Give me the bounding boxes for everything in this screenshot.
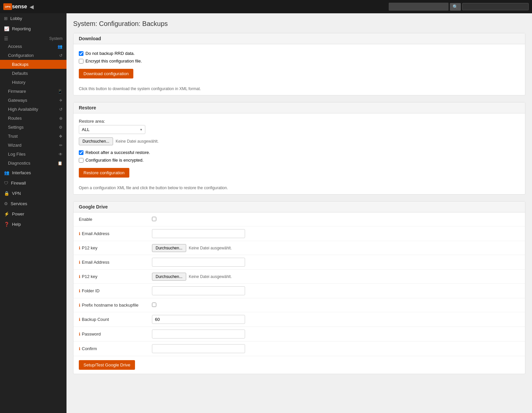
gdrive-p12-file-button[interactable]: Durchsuchen...: [152, 244, 186, 252]
sidebar-label-wizard: Wizard: [8, 143, 21, 148]
restore-area-select-wrap: ALL: [79, 125, 145, 134]
checkbox-encrypted-label: Configuration file is encrypted.: [85, 158, 144, 163]
sidebar-label-settings: Settings: [8, 125, 24, 130]
backup-count-info-icon: ℹ: [79, 317, 80, 322]
gdrive-p12-label: ℹ P12 key: [79, 245, 152, 250]
access-icon: 👥: [58, 44, 63, 49]
checkbox-row-encrypt: Encrypt this configuration file.: [79, 57, 520, 65]
checkbox-row-encrypted: Configuration file is encrypted.: [79, 156, 520, 164]
settings-icon: ⚙: [59, 125, 63, 130]
sidebar-item-firmware[interactable]: Firmware 📱: [0, 87, 66, 96]
checkbox-rrd[interactable]: [79, 51, 83, 56]
gdrive-p12-file-name: Keine Datei ausgewählt.: [189, 246, 232, 250]
gdrive-email-input[interactable]: [152, 229, 245, 238]
sidebar-label-vpn: VPN: [12, 191, 21, 196]
gdrive-btn-area: Setup/Test Google Drive: [73, 356, 525, 374]
checkbox-reboot-label: Reboot after a successful restore.: [85, 150, 150, 155]
system-icon: ☰: [4, 36, 8, 41]
svg-text:OPN: OPN: [5, 5, 10, 8]
sidebar-label-power: Power: [12, 211, 24, 216]
folder-info-icon: ℹ: [79, 289, 80, 293]
checkbox-reboot[interactable]: [79, 150, 83, 155]
sidebar-item-lobby[interactable]: ⊞ Lobby: [0, 13, 66, 24]
p12-2-info-icon: ℹ: [79, 274, 80, 279]
sidebar-item-wizard[interactable]: Wizard ✏: [0, 141, 66, 150]
sidebar-item-backups[interactable]: Backups: [0, 60, 66, 69]
gdrive-backup-count-row: ℹ Backup Count: [73, 312, 525, 327]
sidebar-item-firewall[interactable]: 🛡 Firewall: [0, 178, 66, 188]
sidebar-item-history[interactable]: History: [0, 78, 66, 87]
sidebar-label-defaults: Defaults: [12, 71, 28, 76]
sidebar-label-routes: Routes: [8, 116, 22, 121]
sidebar-item-defaults[interactable]: Defaults: [0, 69, 66, 78]
sidebar-label-backups: Backups: [12, 62, 29, 67]
password-info-icon: ℹ: [79, 332, 80, 337]
gdrive-p12-2-file-name: Keine Datei ausgewählt.: [189, 274, 232, 279]
search-input[interactable]: [462, 3, 529, 10]
gdrive-folder-input[interactable]: [152, 286, 245, 295]
sidebar-label-trust: Trust: [8, 134, 18, 139]
sidebar-item-configuration[interactable]: Configuration ↺: [0, 51, 66, 60]
restore-file-row: Durchsuchen... Keine Datei ausgewählt.: [79, 137, 520, 145]
restore-config-button[interactable]: Restore configuration: [79, 168, 129, 178]
gdrive-backup-count-wrap: [152, 315, 520, 324]
sidebar-label-configuration: Configuration: [8, 53, 34, 58]
download-header: Download: [73, 33, 525, 44]
sidebar-item-diagnostics[interactable]: Diagnostics 📋: [0, 159, 66, 168]
sidebar-item-vpn[interactable]: 🔒 VPN: [0, 188, 66, 199]
gdrive-password-input[interactable]: [152, 330, 245, 339]
gdrive-confirm-wrap: [152, 344, 520, 353]
gdrive-password-wrap: [152, 330, 520, 339]
sidebar-label-log-files: Log Files: [8, 152, 26, 157]
gdrive-enable-checkbox[interactable]: [152, 217, 156, 221]
logo-sense: sense: [12, 4, 27, 10]
sidebar-item-settings[interactable]: Settings ⚙: [0, 123, 66, 132]
vpn-icon: 🔒: [4, 191, 9, 196]
gdrive-p12-2-file-button[interactable]: Durchsuchen...: [152, 273, 186, 281]
sidebar-item-log-files[interactable]: Log Files 👁: [0, 150, 66, 159]
sidebar: ⊞ Lobby 📈 Reporting ☰ System Access 👥 Co…: [0, 13, 66, 413]
sidebar-section-label-system: System: [49, 36, 63, 41]
checkbox-encrypt[interactable]: [79, 59, 83, 64]
sidebar-toggle[interactable]: ◀: [30, 4, 34, 10]
gdrive-backup-count-input[interactable]: [152, 315, 245, 324]
checkbox-encrypted[interactable]: [79, 158, 83, 163]
firmware-icon: 📱: [58, 89, 63, 94]
gdrive-p12-2-label: ℹ P12 key: [79, 274, 152, 279]
sidebar-item-interfaces[interactable]: 👥 Interfaces: [0, 168, 66, 178]
restore-file-button[interactable]: Durchsuchen...: [79, 137, 113, 145]
gdrive-enable-row: Enable: [73, 212, 525, 226]
download-body: Do not backup RRD data. Encrypt this con…: [73, 44, 525, 84]
gdrive-confirm-input[interactable]: [152, 344, 245, 353]
gdrive-prefix-checkbox[interactable]: [152, 303, 156, 307]
sidebar-item-reporting[interactable]: 📈 Reporting: [0, 24, 66, 34]
sidebar-label-lobby: Lobby: [10, 16, 22, 21]
gdrive-folder-label: ℹ Folder ID: [79, 288, 152, 293]
gdrive-p12-file-row: Durchsuchen... Keine Datei ausgewählt.: [152, 244, 520, 252]
restore-area-select[interactable]: ALL: [79, 125, 145, 134]
restore-body: Restore area: ALL Durchsuchen... Keine D…: [73, 113, 525, 183]
gdrive-p12-2-file-row: Durchsuchen... Keine Datei ausgewählt.: [152, 273, 520, 281]
sidebar-item-high-availability[interactable]: High Availability ↺: [0, 105, 66, 114]
ha-icon: ↺: [59, 107, 63, 112]
sidebar-label-history: History: [12, 80, 25, 85]
download-config-button[interactable]: Download configuration: [79, 69, 133, 78]
sidebar-item-routes[interactable]: Routes ⊕: [0, 114, 66, 123]
restore-hint: Open a configuration XML file and click …: [73, 186, 525, 194]
gdrive-p12-2-row: ℹ P12 key Durchsuchen... Keine Datei aus…: [73, 270, 525, 284]
topnav: OPN sense ◀ 🔍: [0, 0, 532, 13]
sidebar-item-gateways[interactable]: Gateways ✈: [0, 96, 66, 105]
gdrive-prefix-wrap: [152, 303, 520, 308]
gdrive-password-row: ℹ Password: [73, 327, 525, 342]
restore-card: Restore Restore area: ALL Durchsuchen...…: [73, 102, 525, 195]
sidebar-item-services[interactable]: ⚙ Services: [0, 199, 66, 209]
search-button[interactable]: 🔍: [450, 3, 461, 11]
sidebar-item-help[interactable]: ❓ Help: [0, 219, 66, 229]
gdrive-email2-input[interactable]: [152, 258, 245, 267]
sidebar-label-firewall: Firewall: [11, 181, 26, 186]
gdrive-setup-button[interactable]: Setup/Test Google Drive: [79, 360, 135, 370]
sidebar-item-access[interactable]: Access 👥: [0, 42, 66, 51]
sidebar-section-system: ☰ System: [0, 34, 66, 42]
sidebar-item-trust[interactable]: Trust ❖: [0, 132, 66, 141]
sidebar-item-power[interactable]: ⚡ Power: [0, 209, 66, 219]
